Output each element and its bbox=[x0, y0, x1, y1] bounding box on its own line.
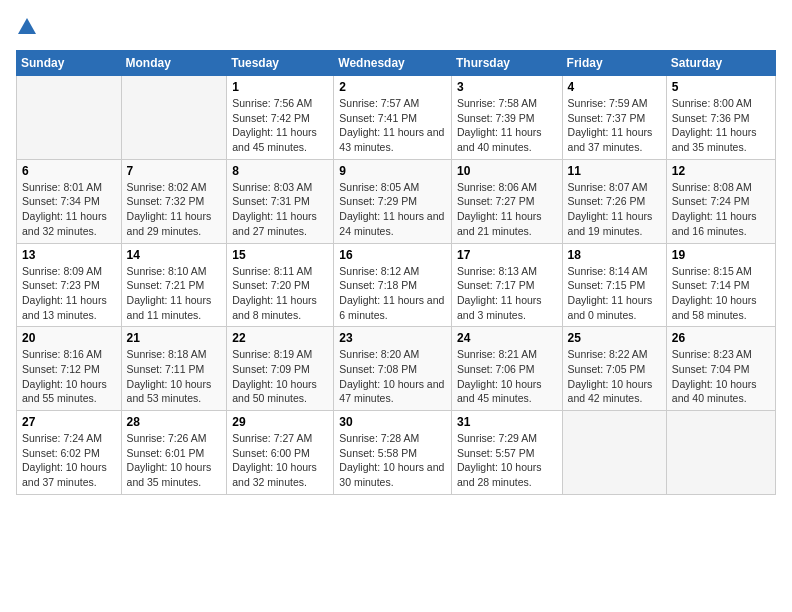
calendar-week-4: 20Sunrise: 8:16 AMSunset: 7:12 PMDayligh… bbox=[17, 327, 776, 411]
calendar-cell: 13Sunrise: 8:09 AMSunset: 7:23 PMDayligh… bbox=[17, 243, 122, 327]
day-info: Sunrise: 8:00 AMSunset: 7:36 PMDaylight:… bbox=[672, 96, 770, 155]
calendar-cell: 1Sunrise: 7:56 AMSunset: 7:42 PMDaylight… bbox=[227, 76, 334, 160]
day-info: Sunrise: 8:13 AMSunset: 7:17 PMDaylight:… bbox=[457, 264, 557, 323]
calendar-week-1: 1Sunrise: 7:56 AMSunset: 7:42 PMDaylight… bbox=[17, 76, 776, 160]
day-number: 13 bbox=[22, 248, 116, 262]
day-info: Sunrise: 8:11 AMSunset: 7:20 PMDaylight:… bbox=[232, 264, 328, 323]
calendar-header: SundayMondayTuesdayWednesdayThursdayFrid… bbox=[17, 51, 776, 76]
day-info: Sunrise: 8:08 AMSunset: 7:24 PMDaylight:… bbox=[672, 180, 770, 239]
calendar-cell bbox=[17, 76, 122, 160]
day-number: 22 bbox=[232, 331, 328, 345]
logo bbox=[16, 16, 42, 38]
day-info: Sunrise: 7:24 AMSunset: 6:02 PMDaylight:… bbox=[22, 431, 116, 490]
calendar-cell: 14Sunrise: 8:10 AMSunset: 7:21 PMDayligh… bbox=[121, 243, 227, 327]
day-number: 23 bbox=[339, 331, 446, 345]
day-info: Sunrise: 8:18 AMSunset: 7:11 PMDaylight:… bbox=[127, 347, 222, 406]
day-number: 17 bbox=[457, 248, 557, 262]
day-number: 16 bbox=[339, 248, 446, 262]
day-info: Sunrise: 8:23 AMSunset: 7:04 PMDaylight:… bbox=[672, 347, 770, 406]
day-info: Sunrise: 8:15 AMSunset: 7:14 PMDaylight:… bbox=[672, 264, 770, 323]
calendar-cell: 11Sunrise: 8:07 AMSunset: 7:26 PMDayligh… bbox=[562, 159, 666, 243]
day-number: 5 bbox=[672, 80, 770, 94]
day-number: 10 bbox=[457, 164, 557, 178]
day-number: 28 bbox=[127, 415, 222, 429]
day-number: 14 bbox=[127, 248, 222, 262]
day-number: 25 bbox=[568, 331, 661, 345]
calendar-cell: 4Sunrise: 7:59 AMSunset: 7:37 PMDaylight… bbox=[562, 76, 666, 160]
day-info: Sunrise: 7:26 AMSunset: 6:01 PMDaylight:… bbox=[127, 431, 222, 490]
day-number: 7 bbox=[127, 164, 222, 178]
day-number: 9 bbox=[339, 164, 446, 178]
day-number: 15 bbox=[232, 248, 328, 262]
day-number: 26 bbox=[672, 331, 770, 345]
day-number: 1 bbox=[232, 80, 328, 94]
calendar-cell: 5Sunrise: 8:00 AMSunset: 7:36 PMDaylight… bbox=[666, 76, 775, 160]
calendar-cell: 21Sunrise: 8:18 AMSunset: 7:11 PMDayligh… bbox=[121, 327, 227, 411]
calendar-cell: 18Sunrise: 8:14 AMSunset: 7:15 PMDayligh… bbox=[562, 243, 666, 327]
weekday-header-tuesday: Tuesday bbox=[227, 51, 334, 76]
calendar-cell: 26Sunrise: 8:23 AMSunset: 7:04 PMDayligh… bbox=[666, 327, 775, 411]
calendar-cell bbox=[562, 411, 666, 495]
day-info: Sunrise: 7:29 AMSunset: 5:57 PMDaylight:… bbox=[457, 431, 557, 490]
logo-icon bbox=[16, 16, 38, 38]
day-info: Sunrise: 8:01 AMSunset: 7:34 PMDaylight:… bbox=[22, 180, 116, 239]
day-info: Sunrise: 7:59 AMSunset: 7:37 PMDaylight:… bbox=[568, 96, 661, 155]
day-number: 19 bbox=[672, 248, 770, 262]
day-info: Sunrise: 8:12 AMSunset: 7:18 PMDaylight:… bbox=[339, 264, 446, 323]
weekday-header-thursday: Thursday bbox=[451, 51, 562, 76]
calendar-cell: 20Sunrise: 8:16 AMSunset: 7:12 PMDayligh… bbox=[17, 327, 122, 411]
calendar-cell: 30Sunrise: 7:28 AMSunset: 5:58 PMDayligh… bbox=[334, 411, 452, 495]
day-info: Sunrise: 8:09 AMSunset: 7:23 PMDaylight:… bbox=[22, 264, 116, 323]
calendar-cell bbox=[121, 76, 227, 160]
calendar-cell: 8Sunrise: 8:03 AMSunset: 7:31 PMDaylight… bbox=[227, 159, 334, 243]
calendar-cell: 23Sunrise: 8:20 AMSunset: 7:08 PMDayligh… bbox=[334, 327, 452, 411]
day-info: Sunrise: 8:19 AMSunset: 7:09 PMDaylight:… bbox=[232, 347, 328, 406]
day-info: Sunrise: 8:20 AMSunset: 7:08 PMDaylight:… bbox=[339, 347, 446, 406]
weekday-header-friday: Friday bbox=[562, 51, 666, 76]
day-info: Sunrise: 8:03 AMSunset: 7:31 PMDaylight:… bbox=[232, 180, 328, 239]
calendar-cell: 29Sunrise: 7:27 AMSunset: 6:00 PMDayligh… bbox=[227, 411, 334, 495]
svg-marker-0 bbox=[18, 18, 36, 34]
calendar-week-5: 27Sunrise: 7:24 AMSunset: 6:02 PMDayligh… bbox=[17, 411, 776, 495]
page-header bbox=[16, 16, 776, 38]
day-info: Sunrise: 8:07 AMSunset: 7:26 PMDaylight:… bbox=[568, 180, 661, 239]
day-number: 21 bbox=[127, 331, 222, 345]
calendar-cell: 17Sunrise: 8:13 AMSunset: 7:17 PMDayligh… bbox=[451, 243, 562, 327]
day-number: 8 bbox=[232, 164, 328, 178]
day-info: Sunrise: 7:28 AMSunset: 5:58 PMDaylight:… bbox=[339, 431, 446, 490]
calendar-cell: 12Sunrise: 8:08 AMSunset: 7:24 PMDayligh… bbox=[666, 159, 775, 243]
calendar-cell: 31Sunrise: 7:29 AMSunset: 5:57 PMDayligh… bbox=[451, 411, 562, 495]
day-number: 2 bbox=[339, 80, 446, 94]
day-number: 31 bbox=[457, 415, 557, 429]
day-info: Sunrise: 8:02 AMSunset: 7:32 PMDaylight:… bbox=[127, 180, 222, 239]
day-info: Sunrise: 8:14 AMSunset: 7:15 PMDaylight:… bbox=[568, 264, 661, 323]
calendar-cell: 2Sunrise: 7:57 AMSunset: 7:41 PMDaylight… bbox=[334, 76, 452, 160]
calendar-cell: 24Sunrise: 8:21 AMSunset: 7:06 PMDayligh… bbox=[451, 327, 562, 411]
day-info: Sunrise: 7:57 AMSunset: 7:41 PMDaylight:… bbox=[339, 96, 446, 155]
weekday-header-sunday: Sunday bbox=[17, 51, 122, 76]
calendar-cell: 25Sunrise: 8:22 AMSunset: 7:05 PMDayligh… bbox=[562, 327, 666, 411]
calendar-cell bbox=[666, 411, 775, 495]
day-info: Sunrise: 8:22 AMSunset: 7:05 PMDaylight:… bbox=[568, 347, 661, 406]
day-info: Sunrise: 7:56 AMSunset: 7:42 PMDaylight:… bbox=[232, 96, 328, 155]
calendar-table: SundayMondayTuesdayWednesdayThursdayFrid… bbox=[16, 50, 776, 495]
day-number: 24 bbox=[457, 331, 557, 345]
calendar-cell: 6Sunrise: 8:01 AMSunset: 7:34 PMDaylight… bbox=[17, 159, 122, 243]
day-number: 4 bbox=[568, 80, 661, 94]
calendar-cell: 10Sunrise: 8:06 AMSunset: 7:27 PMDayligh… bbox=[451, 159, 562, 243]
day-info: Sunrise: 7:58 AMSunset: 7:39 PMDaylight:… bbox=[457, 96, 557, 155]
day-number: 20 bbox=[22, 331, 116, 345]
day-info: Sunrise: 7:27 AMSunset: 6:00 PMDaylight:… bbox=[232, 431, 328, 490]
calendar-week-3: 13Sunrise: 8:09 AMSunset: 7:23 PMDayligh… bbox=[17, 243, 776, 327]
day-info: Sunrise: 8:06 AMSunset: 7:27 PMDaylight:… bbox=[457, 180, 557, 239]
calendar-cell: 7Sunrise: 8:02 AMSunset: 7:32 PMDaylight… bbox=[121, 159, 227, 243]
weekday-header-wednesday: Wednesday bbox=[334, 51, 452, 76]
day-number: 12 bbox=[672, 164, 770, 178]
day-info: Sunrise: 8:21 AMSunset: 7:06 PMDaylight:… bbox=[457, 347, 557, 406]
calendar-cell: 22Sunrise: 8:19 AMSunset: 7:09 PMDayligh… bbox=[227, 327, 334, 411]
calendar-body: 1Sunrise: 7:56 AMSunset: 7:42 PMDaylight… bbox=[17, 76, 776, 495]
weekday-header-row: SundayMondayTuesdayWednesdayThursdayFrid… bbox=[17, 51, 776, 76]
calendar-week-2: 6Sunrise: 8:01 AMSunset: 7:34 PMDaylight… bbox=[17, 159, 776, 243]
day-number: 18 bbox=[568, 248, 661, 262]
weekday-header-saturday: Saturday bbox=[666, 51, 775, 76]
